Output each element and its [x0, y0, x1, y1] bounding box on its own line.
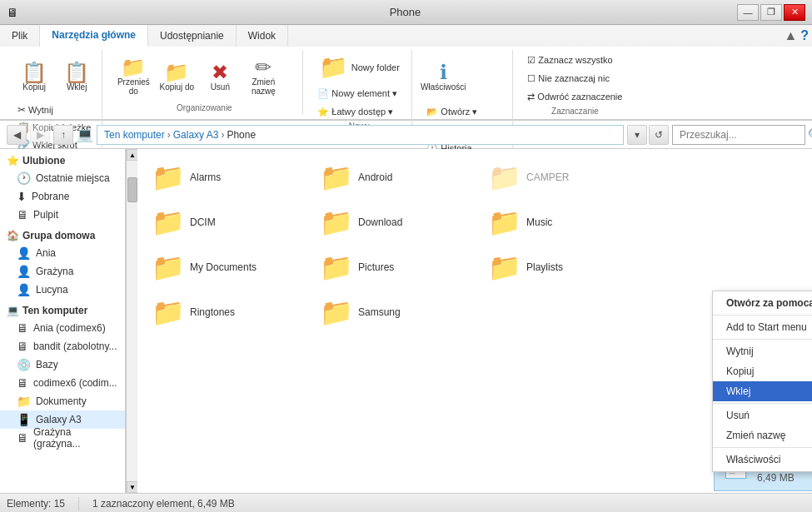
sidebar-item-bandit[interactable]: 🖥 bandit (zabolotny... — [0, 337, 125, 355]
new-item-icon: 📄 — [317, 88, 329, 99]
paste-button[interactable]: 📋 Wklej — [58, 52, 95, 101]
address-controls: ▾ ↺ — [627, 125, 669, 145]
sidebar-item-grazyna-pc[interactable]: 🖥 Grażyna (grażyna... — [0, 429, 125, 447]
clock-icon: 🕐 — [17, 171, 31, 185]
sidebar-scrollbar[interactable]: ▲ ▼ — [126, 149, 137, 493]
address-bar: ◀ ▶ ↑ 💻 Ten komputer › Galaxy A3 › Phone… — [0, 121, 812, 149]
context-menu-separator — [713, 315, 812, 316]
new-item-button[interactable]: 📄 Nowy element ▾ — [313, 85, 401, 102]
ribbon-help-icon[interactable]: ▲ — [784, 28, 797, 43]
ribbon: Plik Narzędzia główne Udostępnianie Wido… — [0, 25, 812, 121]
folder-my-documents[interactable]: 📁 My Documents — [144, 246, 311, 289]
close-button[interactable]: ✕ — [784, 4, 805, 21]
sidebar-item-lucyna[interactable]: 👤 Lucyna — [0, 281, 125, 299]
sidebar-item-recent[interactable]: 🕐 Ostatnie miejsca — [0, 169, 125, 187]
content-area: 📁 Alarms 📁 Android 📁 CAMPER 📁 DCIM 📁 Dow… — [137, 149, 812, 493]
sidebar-item-ania-pc[interactable]: 🖥 Ania (codimex6) — [0, 319, 125, 337]
open-icon: 📂 — [426, 107, 438, 117]
path-galaxy[interactable]: Galaxy A3 — [173, 129, 219, 141]
easy-access-button[interactable]: ⭐ Łatwy dostęp ▾ — [313, 103, 397, 120]
folder-name: DCIM — [190, 216, 216, 228]
context-menu-rename[interactable]: Zmień nazwę — [713, 425, 812, 445]
user-icon: 👤 — [17, 246, 31, 260]
new-folder-icon: 📁 — [319, 56, 348, 79]
context-menu-open-with[interactable]: Otwórz za pomocą — [713, 293, 812, 313]
scroll-thumb[interactable] — [127, 177, 137, 202]
context-menu: Otwórz za pomocą Add to Start menu Wytni… — [712, 291, 812, 472]
sidebar-item-dokumenty[interactable]: 📁 Dokumenty — [0, 392, 125, 410]
sidebar-item-bazy[interactable]: 💿 Bazy — [0, 355, 125, 374]
new-folder-button[interactable]: 📁 Nowy folder — [313, 52, 405, 83]
monitor-icon: 🖥 — [17, 340, 28, 353]
rename-button[interactable]: ✏ Zmień nazwę — [242, 52, 284, 102]
maximize-button[interactable]: ❐ — [760, 4, 782, 21]
folder-pictures[interactable]: 📁 Pictures — [312, 246, 479, 289]
search-input[interactable] — [680, 129, 805, 141]
delete-button[interactable]: ✖ Usuń — [199, 52, 241, 102]
title-bar: 🖥 Phone — ❐ ✕ — [0, 0, 812, 25]
context-menu-cut[interactable]: Wytnij — [713, 341, 812, 361]
delete-icon: ✖ — [212, 62, 228, 82]
back-button[interactable]: ◀ — [7, 125, 27, 145]
copy-button[interactable]: 📋 Kopiuj — [13, 52, 55, 102]
tab-widok[interactable]: Widok — [237, 25, 288, 47]
path-phone[interactable]: Phone — [227, 129, 256, 141]
favorites-header[interactable]: ⭐ Ulubione — [0, 152, 125, 169]
select-none-button[interactable]: ☐ Nie zaznaczaj nic — [523, 70, 614, 87]
context-menu-delete[interactable]: Usuń — [713, 405, 812, 425]
context-menu-properties[interactable]: Właściwości — [713, 450, 812, 470]
context-menu-copy[interactable]: Kopiuj — [713, 361, 812, 381]
address-path[interactable]: Ten komputer › Galaxy A3 › Phone — [97, 125, 624, 145]
computer-header[interactable]: 💻 Ten komputer — [0, 302, 125, 319]
scroll-up-button[interactable]: ▲ — [127, 149, 138, 161]
open-button[interactable]: 📂 Otwórz ▾ — [422, 103, 481, 120]
copy-to-button[interactable]: 📁 Kopiuj do — [156, 52, 197, 102]
refresh-dropdown-button[interactable]: ▾ — [627, 125, 647, 145]
tab-narzedzia[interactable]: Narzędzia główne — [40, 25, 148, 47]
sidebar-item-downloads[interactable]: ⬇ Pobrane — [0, 187, 125, 206]
cut-button[interactable]: ✂ Wytnij — [13, 102, 95, 118]
computer-sidebar-icon: 💻 — [7, 305, 19, 316]
folder-download[interactable]: 📁 Download — [312, 201, 479, 244]
tab-plik[interactable]: Plik — [0, 25, 40, 47]
easy-access-icon: ⭐ — [317, 107, 329, 117]
monitor-icon: 🖥 — [17, 431, 28, 445]
path-computer[interactable]: Ten komputer — [104, 129, 165, 141]
window-controls: — ❐ ✕ — [737, 4, 805, 21]
scroll-down-button[interactable]: ▼ — [127, 481, 138, 493]
sidebar: ⭐ Ulubione 🕐 Ostatnie miejsca ⬇ Pobrane … — [0, 149, 126, 493]
select-all-button[interactable]: ☑ Zaznacz wszystko — [523, 52, 616, 68]
folder-samsung[interactable]: 📁 Samsung — [312, 291, 479, 334]
scroll-track — [127, 161, 137, 481]
folder-name: CAMPER — [526, 171, 569, 183]
up-button[interactable]: ↑ — [53, 125, 73, 145]
folder-ringtones[interactable]: 📁 Ringtones — [144, 291, 311, 334]
ribbon-info-icon[interactable]: ? — [800, 28, 809, 43]
folder-playlists[interactable]: 📁 Playlists — [481, 246, 647, 289]
ribbon-group-organizowanie: 📁 Przenieś do 📁 Kopiuj do ✖ Usuń ✏ Zmień… — [106, 50, 303, 114]
sidebar-item-desktop[interactable]: 🖥 Pulpit — [0, 206, 125, 224]
folder-camper[interactable]: 📁 CAMPER — [481, 156, 647, 199]
folder-alarms[interactable]: 📁 Alarms — [144, 156, 311, 199]
sidebar-item-ania[interactable]: 👤 Ania — [0, 244, 125, 262]
invert-selection-button[interactable]: ⇄ Odwróć zaznaczenie — [523, 88, 626, 105]
forward-button[interactable]: ▶ — [30, 125, 50, 145]
folder-icon: 📁 — [320, 251, 353, 283]
folder-name: Android — [358, 171, 392, 183]
folder-android[interactable]: 📁 Android — [312, 156, 479, 199]
tab-udostepnianie[interactable]: Udostępnianie — [148, 25, 237, 47]
minimize-button[interactable]: — — [737, 4, 759, 21]
context-menu-paste[interactable]: Wklej — [713, 381, 812, 401]
refresh-button[interactable]: ↺ — [649, 125, 669, 145]
sidebar-item-grazyna[interactable]: 👤 Grażyna — [0, 262, 125, 281]
main-area: ⭐ Ulubione 🕐 Ostatnie miejsca ⬇ Pobrane … — [0, 149, 812, 493]
move-to-button[interactable]: 📁 Przenieś do — [112, 52, 154, 102]
search-box[interactable]: 🔍 — [672, 125, 805, 145]
sidebar-item-codimex[interactable]: 🖥 codimex6 (codim... — [0, 374, 125, 392]
folder-dcim[interactable]: 📁 DCIM — [144, 201, 311, 244]
folder-music[interactable]: 📁 Music — [481, 201, 647, 244]
context-menu-add-to-start[interactable]: Add to Start menu — [713, 317, 812, 337]
properties-button[interactable]: ℹ Właściwości — [422, 52, 464, 102]
folder-icon: 📁 — [152, 251, 185, 283]
homegroup-header[interactable]: 🏠 Grupa domowa — [0, 227, 125, 244]
